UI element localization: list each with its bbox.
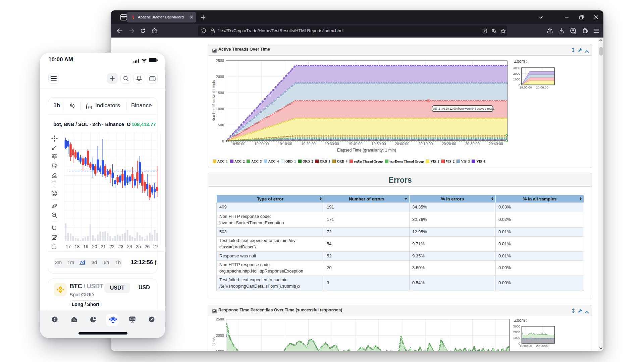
svg-text:27: 27 (153, 244, 158, 249)
svg-text:20:10:00: 20:10:00 (418, 142, 433, 146)
svg-text:3000: 3000 (513, 324, 520, 328)
svg-text:2500: 2500 (216, 59, 224, 63)
svg-text:0: 0 (222, 139, 224, 143)
svg-text:500: 500 (218, 123, 224, 127)
svg-text:19:00:00: 19:00:00 (520, 344, 532, 348)
svg-text:19:40:00: 19:40:00 (348, 142, 363, 146)
svg-text:Zoom :: Zoom : (514, 318, 527, 323)
svg-text:17: 17 (66, 244, 71, 249)
svg-text:19:10:00: 19:10:00 (278, 142, 292, 146)
svg-text:1000: 1000 (216, 107, 224, 111)
svg-text:20:00:00: 20:00:00 (395, 142, 409, 146)
svg-text:24: 24 (127, 244, 132, 249)
svg-text:2000: 2000 (216, 75, 224, 79)
svg-text:18: 18 (74, 244, 79, 249)
svg-text:in ms: in ms (212, 337, 216, 346)
svg-text:1500: 1500 (216, 91, 224, 95)
svg-text:19:00:00: 19:00:00 (254, 142, 269, 146)
svg-text:23: 23 (118, 244, 123, 249)
svg-text:25: 25 (136, 244, 141, 249)
svg-text:19:20:00: 19:20:00 (301, 142, 316, 146)
svg-text:Elapsed Time (granularity: 1 m: Elapsed Time (granularity: 1 min) (337, 148, 396, 153)
svg-text:3000: 3000 (513, 66, 520, 70)
svg-text:22: 22 (110, 244, 115, 249)
svg-text:20:30:00: 20:30:00 (465, 142, 480, 146)
svg-text:19: 19 (83, 244, 88, 249)
svg-text:20:20:00: 20:20:00 (442, 142, 456, 146)
svg-text:1000: 1000 (513, 77, 520, 81)
svg-text:19:00:00: 19:00:00 (520, 85, 532, 89)
svg-text:1000: 1000 (513, 336, 520, 340)
svg-text:19:30:00: 19:30:00 (325, 142, 339, 146)
svg-text:2500: 2500 (216, 317, 224, 321)
svg-text:Number of active threads: Number of active threads (212, 80, 216, 121)
svg-text:2000: 2000 (216, 334, 224, 338)
svg-text:20:40:00: 20:40:00 (489, 142, 503, 146)
svg-text:26: 26 (145, 244, 150, 249)
svg-text:19:50:00: 19:50:00 (372, 142, 386, 146)
svg-text:2000: 2000 (513, 330, 520, 334)
svg-text:1500: 1500 (216, 350, 224, 351)
svg-text:2000: 2000 (513, 72, 520, 75)
svg-text:20:00:00: 20:00:00 (536, 85, 548, 89)
svg-text:18:50:00: 18:50:00 (231, 142, 245, 146)
svg-text:Zoom :: Zoom : (514, 59, 527, 64)
svg-text:20:00:00: 20:00:00 (536, 344, 548, 348)
svg-text:21: 21 (101, 244, 106, 249)
svg-text:20: 20 (92, 244, 97, 249)
